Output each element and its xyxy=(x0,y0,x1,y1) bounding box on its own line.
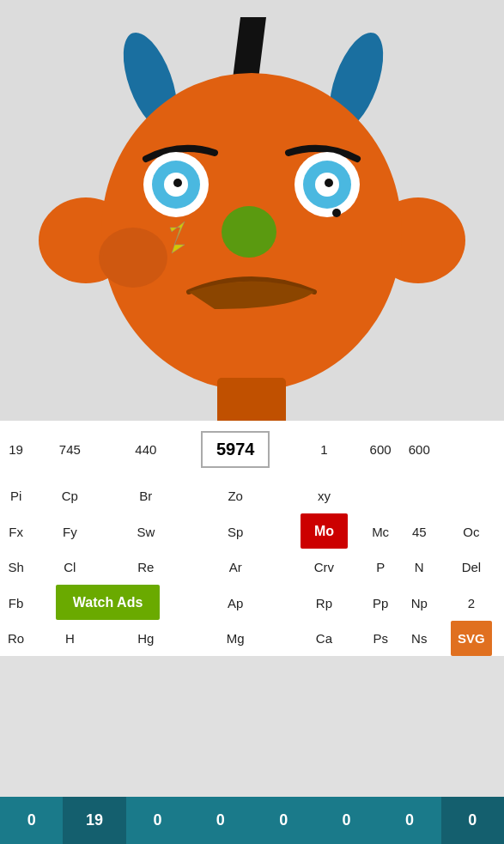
table-row: Fb Watch Ads Ap Rp Pp Np 2 xyxy=(0,585,504,621)
cell-sh: Sh xyxy=(0,550,32,585)
cell-pp: Pp xyxy=(361,585,400,621)
cell-sw: Sw xyxy=(108,513,184,550)
svg-point-16 xyxy=(222,206,276,258)
cell-score-input[interactable]: 5974 xyxy=(184,421,287,478)
cell-1: 1 xyxy=(287,421,361,478)
cell-np: Np xyxy=(400,585,439,621)
score-0b: 0 xyxy=(126,797,189,844)
cell-19: 19 xyxy=(0,421,32,478)
cell-ps: Ps xyxy=(361,621,400,656)
cell-oc: Oc xyxy=(439,513,504,550)
svg-point-19 xyxy=(99,228,167,288)
cell-empty2 xyxy=(400,478,439,513)
cell-n: N xyxy=(400,550,439,585)
cell-ap: Ap xyxy=(184,585,287,621)
cell-2: 2 xyxy=(439,585,504,621)
table-row: Pi Cp Br Zo xy xyxy=(0,478,504,513)
score-0a: 0 xyxy=(0,797,63,844)
stats-table: 19 745 440 5974 1 600 600 Pi Cp Br Zo xy… xyxy=(0,421,504,656)
character-svg xyxy=(0,0,504,421)
cell-pi: Pi xyxy=(0,478,32,513)
cell-re: Re xyxy=(108,550,184,585)
table-row: Sh Cl Re Ar Crv P N Del xyxy=(0,550,504,585)
score-row: 0 19 0 0 0 0 0 0 xyxy=(0,797,504,844)
cell-600a: 600 xyxy=(361,421,400,478)
cell-600b: 600 xyxy=(400,421,439,478)
cell-del[interactable]: Del xyxy=(439,550,504,585)
cell-mo[interactable]: Mo xyxy=(287,513,361,550)
cell-zo: Zo xyxy=(184,478,287,513)
cell-ro: Ro xyxy=(0,621,32,656)
score-0e: 0 xyxy=(315,797,378,844)
cell-xy: xy xyxy=(287,478,361,513)
character-display xyxy=(0,0,504,421)
svg-point-17 xyxy=(332,209,341,217)
svg-rect-7 xyxy=(217,378,286,421)
table-row: Fx Fy Sw Sp Mo Mc 45 Oc xyxy=(0,513,504,550)
score-0f: 0 xyxy=(378,797,440,844)
cell-ca: Ca xyxy=(287,621,361,656)
cell-45: 45 xyxy=(400,513,439,550)
cell-ar: Ar xyxy=(184,550,287,585)
cell-mc: Mc xyxy=(361,513,400,550)
cell-hg: Hg xyxy=(108,621,184,656)
score-0c: 0 xyxy=(189,797,252,844)
score-0d: 0 xyxy=(252,797,315,844)
cell-fx: Fx xyxy=(0,513,32,550)
cell-440: 440 xyxy=(108,421,184,478)
cell-svg[interactable]: SVG xyxy=(439,621,504,656)
cell-watch-ads[interactable]: Watch Ads xyxy=(32,585,184,621)
cell-fy: Fy xyxy=(32,513,107,550)
table-row: Ro H Hg Mg Ca Ps Ns SVG xyxy=(0,621,504,656)
cell-sp: Sp xyxy=(184,513,287,550)
score-19: 19 xyxy=(63,797,125,844)
cell-745: 745 xyxy=(32,421,107,478)
score-0g: 0 xyxy=(441,797,504,844)
cell-fb: Fb xyxy=(0,585,32,621)
cell-ns: Ns xyxy=(400,621,439,656)
cell-h: H xyxy=(32,621,107,656)
svg-point-15 xyxy=(325,179,333,187)
grid-area: 19 745 440 5974 1 600 600 Pi Cp Br Zo xy… xyxy=(0,421,504,656)
cell-mg: Mg xyxy=(184,621,287,656)
cell-br: Br xyxy=(108,478,184,513)
cell-crv: Crv xyxy=(287,550,361,585)
cell-cp: Cp xyxy=(32,478,107,513)
cell-empty1 xyxy=(361,478,400,513)
cell-cl: Cl xyxy=(32,550,107,585)
cell-rp: Rp xyxy=(287,585,361,621)
svg-point-14 xyxy=(173,179,182,187)
cell-p: P xyxy=(361,550,400,585)
table-row: 19 745 440 5974 1 600 600 xyxy=(0,421,504,478)
